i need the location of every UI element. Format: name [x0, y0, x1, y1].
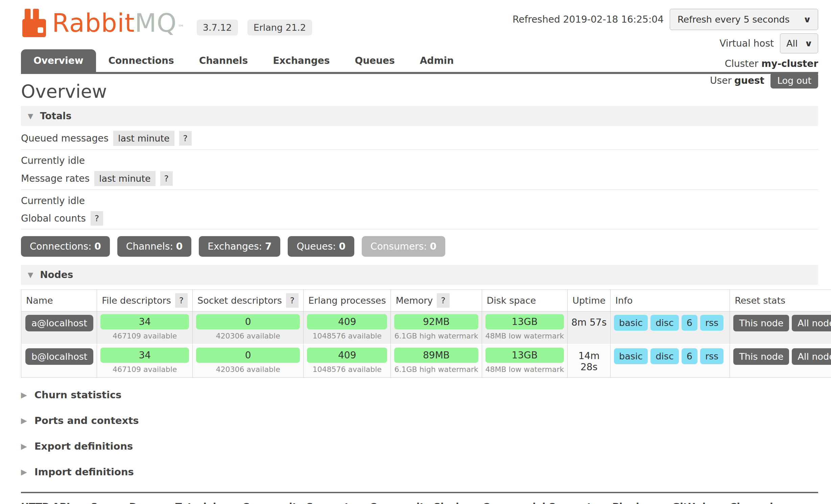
help-icon[interactable]: ?	[160, 171, 173, 186]
info-badge-disc[interactable]: disc	[650, 315, 679, 331]
global-counts-label: Global counts	[21, 213, 86, 224]
totals-section-title: Totals	[40, 110, 71, 122]
tab-connections[interactable]: Connections	[96, 49, 187, 72]
header: RabbitMQ™ 3.7.12 Erlang 21.2 Refreshed 2…	[21, 9, 818, 37]
footer-link-plugins[interactable]: Plugins	[612, 501, 651, 504]
socket-descriptors-bar: 0	[196, 314, 300, 329]
help-icon[interactable]: ?	[175, 293, 188, 308]
tab-overview[interactable]: Overview	[21, 49, 96, 72]
socket-descriptors-bar: 0	[196, 348, 300, 363]
erlang-version-badge: Erlang 21.2	[247, 20, 312, 35]
disk-space-bar: 13GB	[485, 348, 564, 363]
help-icon[interactable]: ?	[286, 293, 299, 308]
footer-link-commercial-support[interactable]: Commercial Support	[483, 501, 592, 504]
footer-link-github[interactable]: GitHub	[672, 501, 709, 504]
info-badge-basic[interactable]: basic	[614, 315, 648, 331]
connections-count-button[interactable]: Connections: 0	[21, 236, 110, 257]
nodes-header-row: Name File descriptors? Socket descriptor…	[21, 290, 831, 311]
info-badge-basic[interactable]: basic	[614, 348, 648, 364]
virtual-host-select[interactable]: All ∨	[780, 33, 818, 53]
version-badges: 3.7.12 Erlang 21.2	[197, 20, 312, 35]
memory-note: 6.1GB high watermark	[394, 363, 478, 375]
col-socket-descriptors: Socket descriptors?	[193, 290, 304, 311]
chevron-down-icon: ∨	[803, 15, 811, 24]
col-name: Name	[21, 290, 97, 311]
rabbitmq-management-page: RabbitMQ™ 3.7.12 Erlang 21.2 Refreshed 2…	[0, 0, 831, 504]
totals-section-header[interactable]: ▼ Totals	[21, 106, 818, 126]
tab-exchanges[interactable]: Exchanges	[260, 49, 342, 72]
uptime-value: 14m 28s	[568, 345, 611, 377]
help-icon[interactable]: ?	[179, 131, 192, 146]
col-disk-space: Disk space	[482, 290, 568, 311]
message-rates-period-badge: last minute	[94, 171, 156, 186]
nodes-table-wrap: Name File descriptors? Socket descriptor…	[21, 289, 818, 378]
cluster-info: Cluster my-cluster	[725, 58, 818, 69]
refresh-interval-select[interactable]: Refresh every 5 seconds ∨	[670, 9, 818, 30]
socket-descriptors-note: 420306 available	[196, 329, 300, 341]
footer-link-http-api[interactable]: HTTP API	[21, 501, 70, 504]
consumers-count-button: Consumers: 0	[362, 236, 445, 257]
node-row-b: b@localhost 34467109 available 0420306 a…	[21, 345, 831, 377]
reset-this-node-button[interactable]: This node	[733, 348, 789, 365]
cluster-name: my-cluster	[761, 58, 818, 69]
section-export-definitions[interactable]: ▶ Export definitions	[21, 440, 818, 452]
erlang-processes-note: 1048576 available	[307, 363, 387, 375]
info-badge-count[interactable]: 6	[682, 348, 697, 364]
disk-space-bar: 13GB	[485, 314, 564, 329]
queued-messages-label: Queued messages	[21, 133, 109, 144]
nodes-section-title: Nodes	[40, 269, 73, 280]
global-counts-row: Global counts ?	[21, 211, 818, 229]
brand-wordmark: RabbitMQ™	[52, 10, 185, 35]
tab-admin[interactable]: Admin	[407, 49, 466, 72]
col-erlang-processes: Erlang processes	[304, 290, 391, 311]
collapsed-sections: ▶ Churn statistics ▶ Ports and contexts …	[21, 389, 818, 478]
col-uptime: Uptime	[568, 290, 611, 311]
section-ports-and-contexts[interactable]: ▶ Ports and contexts	[21, 415, 818, 426]
rabbitmq-logo-icon	[21, 9, 47, 37]
info-badge-count[interactable]: 6	[682, 315, 697, 331]
reset-all-nodes-button[interactable]: All nodes	[792, 348, 831, 365]
expand-triangle-icon: ▶	[21, 442, 27, 451]
footer-link-community-support[interactable]: Community Support	[242, 501, 349, 504]
section-churn-statistics[interactable]: ▶ Churn statistics	[21, 389, 818, 401]
tab-channels[interactable]: Channels	[187, 49, 261, 72]
info-badge-rss[interactable]: rss	[700, 348, 723, 364]
col-memory: Memory?	[391, 290, 482, 311]
queues-count-button[interactable]: Queues: 0	[288, 236, 354, 257]
footer-link-tutorials[interactable]: Tutorials	[175, 501, 222, 504]
global-count-buttons: Connections: 0 Channels: 0 Exchanges: 7 …	[21, 236, 818, 257]
info-badge-rss[interactable]: rss	[700, 315, 723, 331]
rates-idle-text: Currently idle	[21, 195, 818, 206]
info-badge-disc[interactable]: disc	[650, 348, 679, 364]
message-rates-row: Message rates last minute ?	[21, 171, 818, 190]
footer-link-server-docs[interactable]: Server Docs	[91, 501, 155, 504]
col-info: Info	[611, 290, 730, 311]
channels-count-button[interactable]: Channels: 0	[117, 236, 191, 257]
chevron-down-icon: ∨	[804, 39, 812, 48]
memory-bar: 92MB	[394, 314, 478, 329]
queued-messages-row: Queued messages last minute ?	[21, 131, 818, 150]
help-icon[interactable]: ?	[437, 293, 449, 308]
reset-this-node-button[interactable]: This node	[733, 315, 789, 331]
tab-queues[interactable]: Queues	[342, 49, 407, 72]
footer-link-changelog[interactable]: Changelog	[730, 501, 786, 504]
file-descriptors-bar: 34	[100, 314, 189, 329]
reset-all-nodes-button[interactable]: All nodes	[792, 315, 831, 331]
logout-button[interactable]: Log out	[770, 73, 818, 89]
rabbitmq-version-badge: 3.7.12	[197, 20, 238, 35]
expand-triangle-icon: ▶	[21, 416, 27, 425]
section-import-definitions[interactable]: ▶ Import definitions	[21, 466, 818, 478]
file-descriptors-note: 467109 available	[100, 329, 189, 341]
collapse-triangle-icon: ▼	[28, 271, 33, 279]
user-info: User guest Log out	[710, 73, 818, 89]
user-name: guest	[734, 75, 764, 86]
footer-link-community-slack[interactable]: Community Slack	[370, 501, 462, 504]
nodes-section-header[interactable]: ▼ Nodes	[21, 265, 818, 285]
erlang-processes-note: 1048576 available	[307, 329, 387, 341]
nodes-table: Name File descriptors? Socket descriptor…	[21, 289, 831, 378]
exchanges-count-button[interactable]: Exchanges: 7	[199, 236, 280, 257]
node-name-badge[interactable]: a@localhost	[25, 315, 93, 331]
node-name-badge[interactable]: b@localhost	[25, 348, 93, 365]
expand-triangle-icon: ▶	[21, 468, 27, 476]
help-icon[interactable]: ?	[91, 211, 103, 226]
